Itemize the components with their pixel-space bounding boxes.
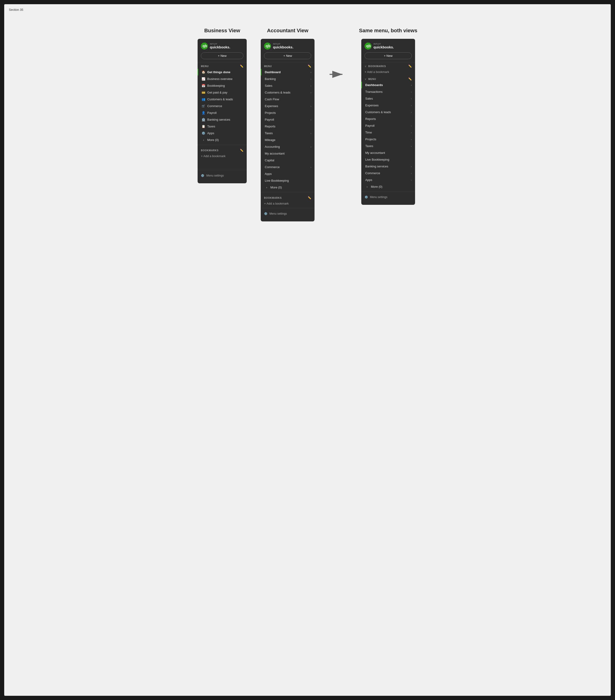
bookmarks-header-cv[interactable]: ∨ BOOKMARKS ✏️ xyxy=(361,62,415,69)
menu-item-av-1[interactable]: Banking › xyxy=(261,76,315,82)
menu-item-cv-8[interactable]: Projects › xyxy=(361,136,415,142)
menu-label-av-8: Reports xyxy=(265,125,275,128)
menu-label-av-2: Sales xyxy=(265,84,272,87)
menu-item-cv-2[interactable]: Sales › xyxy=(361,95,415,102)
menu-item-av-6[interactable]: Projects xyxy=(261,110,315,116)
chevron-cv-4: › xyxy=(411,111,412,114)
svg-text:qb: qb xyxy=(266,44,270,48)
menu-label-cv-0: Dashboards xyxy=(365,83,383,87)
menu-icon-bv-7: 🏦 xyxy=(201,118,205,121)
accountant-view-sidebar: qb intuit quickbooks. + New MENU ✏️ xyxy=(261,39,315,222)
menu-section-header-cv[interactable]: ∨ MENU ✏️ xyxy=(361,75,415,82)
accountant-view-column: Accountant View qb intuit quickbooks. + … xyxy=(261,28,315,222)
menu-item-bv-8[interactable]: 📋 Taxes xyxy=(198,123,247,130)
bookmarks-label-bv: BOOKMARKS xyxy=(201,149,219,152)
menu-edit-icon-cv[interactable]: ✏️ xyxy=(408,77,412,81)
menu-item-av-2[interactable]: Sales › xyxy=(261,82,315,89)
chevron-cv-9: › xyxy=(411,145,412,148)
menu-item-cv-12[interactable]: Banking services › xyxy=(361,163,415,170)
menu-item-av-0[interactable]: Dashboard › xyxy=(261,69,315,76)
chevron-av-9: › xyxy=(310,132,311,135)
outer-frame: Section 35 Business View qb intuit quick… xyxy=(4,4,611,696)
menu-label-av-17: More (0) xyxy=(270,186,282,189)
menu-item-cv-13[interactable]: Commerce › xyxy=(361,170,415,176)
menu-item-bv-2[interactable]: 📅 Bookkeeping xyxy=(198,82,247,89)
menu-item-cv-5[interactable]: Reports xyxy=(361,115,415,122)
menu-item-av-17[interactable]: › More (0) xyxy=(261,184,315,191)
menu-settings-cv[interactable]: ⚙️ Menu settings xyxy=(361,193,415,201)
bookmarks-edit-icon-av[interactable]: ✏️ xyxy=(308,196,311,199)
menu-icon-bv-6: 👤 xyxy=(201,111,205,115)
menu-item-cv-4[interactable]: Customers & leads › xyxy=(361,109,415,115)
menu-label-bv-3: Get paid & pay xyxy=(207,91,227,94)
menu-label-av-1: Banking xyxy=(265,77,276,81)
chevron-cv-14: › xyxy=(411,179,412,182)
settings-label-bv: Menu settings xyxy=(206,174,224,177)
menu-item-cv-11[interactable]: Live Bookkeeping xyxy=(361,156,415,163)
menu-item-av-3[interactable]: Customers & leads › xyxy=(261,89,315,96)
menu-label-bv: MENU xyxy=(201,65,209,67)
new-button-bv[interactable]: + New xyxy=(201,52,243,59)
menu-item-bv-9[interactable]: ⚙️ Apps xyxy=(198,130,247,137)
menu-item-bv-6[interactable]: 👤 Payroll xyxy=(198,110,247,116)
menu-item-cv-3[interactable]: Expenses › xyxy=(361,102,415,109)
add-bookmark-bv[interactable]: + Add a bookmark xyxy=(198,153,247,159)
bookmarks-edit-icon-bv[interactable]: ✏️ xyxy=(240,149,243,152)
menu-item-av-8[interactable]: Reports xyxy=(261,123,315,130)
divider-cv xyxy=(361,191,415,192)
menu-label-cv-4: Customers & leads xyxy=(365,110,391,114)
menu-item-cv-14[interactable]: Apps › xyxy=(361,176,415,183)
add-bookmark-cv[interactable]: + Add a bookmark xyxy=(361,69,415,75)
menu-item-av-9[interactable]: Taxes › xyxy=(261,130,315,137)
menu-edit-icon-av[interactable]: ✏️ xyxy=(308,64,311,68)
menu-item-cv-6[interactable]: Payroll › xyxy=(361,122,415,129)
menu-item-cv-1[interactable]: Transactions › xyxy=(361,88,415,95)
menu-settings-av[interactable]: ⚙️ Menu settings xyxy=(261,210,315,218)
menu-item-av-4[interactable]: Cash Flow xyxy=(261,96,315,103)
combined-view-title: Same menu, both views xyxy=(359,28,417,34)
menu-item-cv-7[interactable]: Time › xyxy=(361,129,415,136)
chevron-cv-8: › xyxy=(411,138,412,141)
menu-item-av-12[interactable]: My accountant xyxy=(261,150,315,157)
menu-item-bv-3[interactable]: 💳 Get paid & pay xyxy=(198,89,247,96)
menu-item-bv-7[interactable]: 🏦 Banking services xyxy=(198,116,247,123)
menu-label-cv-10: My accountant xyxy=(365,151,385,154)
menu-item-av-5[interactable]: Expenses › xyxy=(261,103,315,110)
add-bookmark-av[interactable]: + Add a bookmark xyxy=(261,200,315,207)
menu-item-bv-10[interactable]: › More (0) xyxy=(198,137,247,143)
new-button-cv[interactable]: + New xyxy=(365,52,412,59)
menu-label-cv-15: More (0) xyxy=(371,185,382,188)
menu-edit-icon-bv[interactable]: ✏️ xyxy=(240,64,243,68)
bookmarks-edit-icon-cv[interactable]: ✏️ xyxy=(408,64,412,68)
logo-row-cv: qb intuit quickbooks. xyxy=(365,42,412,50)
menu-item-cv-9[interactable]: Taxes › xyxy=(361,142,415,149)
menu-item-cv-10[interactable]: My accountant xyxy=(361,149,415,156)
chevron-cv-6: › xyxy=(411,124,412,127)
menu-item-av-15[interactable]: Apps xyxy=(261,171,315,177)
chevron-cv-3: › xyxy=(411,104,412,107)
menu-item-cv-0[interactable]: Dashboards › xyxy=(361,82,415,88)
settings-label-cv: Menu settings xyxy=(370,196,388,199)
menu-item-bv-1[interactable]: 📈 Business overview xyxy=(198,76,247,82)
menu-item-av-7[interactable]: Payroll › xyxy=(261,116,315,123)
business-view-sidebar: qb intuit quickbooks. + New MENU ✏️ xyxy=(198,39,247,183)
chevron-av-11: › xyxy=(310,146,311,148)
menu-item-bv-0[interactable]: 🏠 Get things done xyxy=(198,69,247,76)
accountant-view-title: Accountant View xyxy=(267,28,308,34)
menu-label-bv-7: Banking services xyxy=(207,118,230,121)
menu-item-bv-5[interactable]: 🛒 Commerce xyxy=(198,103,247,110)
menu-item-av-14[interactable]: Commerce › xyxy=(261,164,315,171)
menu-label-av-15: Apps xyxy=(265,172,272,176)
new-button-av[interactable]: + New xyxy=(264,52,311,59)
menu-item-av-16[interactable]: Live Bookkeeping xyxy=(261,177,315,184)
menu-item-cv-15[interactable]: › More (0) xyxy=(361,183,415,190)
menu-settings-bv[interactable]: ⚙️ Menu settings xyxy=(198,172,247,179)
accountant-view-header: qb intuit quickbooks. + New xyxy=(261,39,315,62)
menu-item-av-10[interactable]: Mileage xyxy=(261,137,315,143)
menu-item-av-11[interactable]: Accounting › xyxy=(261,143,315,150)
menu-label-bv-1: Business overview xyxy=(207,77,232,81)
quickbooks-label-bv: quickbooks. xyxy=(210,45,230,49)
menu-item-av-13[interactable]: Capital xyxy=(261,157,315,164)
arrow-icon xyxy=(329,70,345,79)
menu-item-bv-4[interactable]: 👥 Customers & leads xyxy=(198,96,247,103)
